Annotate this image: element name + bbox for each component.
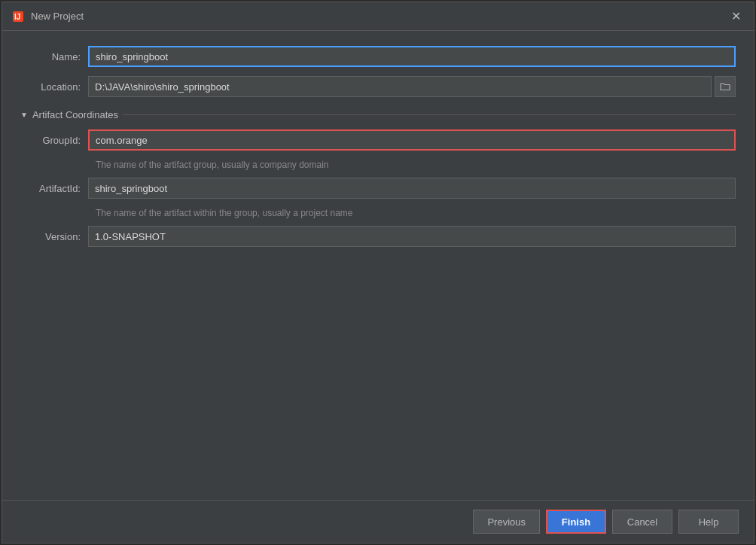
name-row: Name: [20,46,736,67]
location-input[interactable] [88,76,712,97]
name-input-wrapper [88,46,736,67]
close-button[interactable]: ✕ [727,8,745,26]
name-label: Name: [20,51,88,62]
version-row: Version: [20,226,736,247]
svg-text:IJ: IJ [14,13,20,21]
artifactid-row: ArtifactId: [20,178,736,199]
groupid-label: GroupId: [20,135,88,146]
version-label: Version: [20,231,88,242]
artifact-section-title: Artifact Coordinates [32,109,118,120]
dialog-content: Name: Location: ▼ Artifact Coordinates [2,31,754,500]
browse-folder-button[interactable] [715,76,736,97]
location-label: Location: [20,81,88,93]
location-row: Location: [20,76,736,97]
dialog-title: New Project [31,11,84,22]
groupid-hint: The name of the artifact group, usually … [96,160,736,170]
artifact-header[interactable]: ▼ Artifact Coordinates [20,109,736,120]
title-bar: IJ New Project ✕ [2,2,754,31]
new-project-dialog: IJ New Project ✕ Name: Location: [2,2,754,543]
artifactid-hint: The name of the artifact within the grou… [96,208,736,218]
groupid-wrapper [88,129,736,151]
artifactid-label: ArtifactId: [20,183,88,194]
dialog-footer: Previous Finish Cancel Help [2,500,754,543]
finish-button[interactable]: Finish [546,510,606,534]
artifactid-input[interactable] [88,178,736,199]
previous-button[interactable]: Previous [473,510,540,534]
app-icon: IJ [11,10,25,23]
location-wrapper [88,76,736,97]
version-input[interactable] [88,226,736,247]
artifact-section: ▼ Artifact Coordinates GroupId: The name… [20,109,736,256]
chevron-down-icon: ▼ [20,111,28,119]
groupid-input[interactable] [88,129,736,151]
name-input[interactable] [88,46,736,67]
help-button[interactable]: Help [678,510,739,534]
artifact-header-divider [123,114,736,115]
title-bar-left: IJ New Project [11,10,84,23]
cancel-button[interactable]: Cancel [612,510,672,534]
groupid-row: GroupId: [20,129,736,151]
